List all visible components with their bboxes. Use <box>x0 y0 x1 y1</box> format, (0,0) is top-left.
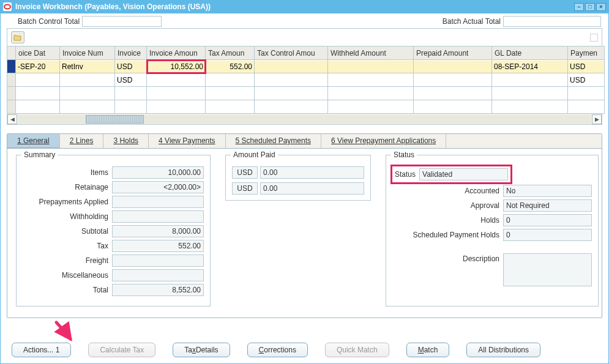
description-label: Description <box>392 253 499 286</box>
window-titlebar: Invoice Workbench (Payables, Vision Oper… <box>1 0 608 13</box>
misc-label: Miscellaneous <box>23 271 108 280</box>
cell-invoice-date[interactable] <box>16 87 59 100</box>
cell-invoice-amount[interactable] <box>147 87 205 100</box>
col-prepaid[interactable]: Prepaid Amount <box>414 46 492 60</box>
total-label: Total <box>23 286 108 294</box>
paid-amount-2: 0.00 <box>260 182 364 195</box>
quick-match-button[interactable]: Quick Match <box>325 343 389 357</box>
subtotal-label: Subtotal <box>23 227 108 236</box>
col-invoice-cur[interactable]: Invoice <box>115 46 147 60</box>
cell-payment-cur[interactable] <box>568 74 604 86</box>
cell-invoice-num[interactable] <box>60 61 114 73</box>
tab-scheduled-payments[interactable]: 5 Scheduled Payments <box>226 134 321 148</box>
cell-tax-control[interactable] <box>255 74 327 86</box>
cell-invoice-cur[interactable] <box>115 87 146 100</box>
grid-row[interactable] <box>7 73 605 87</box>
tab-holds[interactable]: 3 Holds <box>103 134 149 148</box>
tab-lines[interactable]: 2 Lines <box>60 134 104 148</box>
batch-control-input[interactable] <box>82 16 162 27</box>
cell-invoice-cur[interactable] <box>115 74 146 86</box>
cell-invoice-cur[interactable] <box>115 61 146 73</box>
cell-invoice-num[interactable] <box>60 101 114 113</box>
col-tax-amount[interactable]: Tax Amoun <box>206 46 255 60</box>
prepay-value <box>112 196 204 208</box>
cell-gl-date[interactable] <box>492 74 567 86</box>
cell-gl-date[interactable] <box>492 101 567 113</box>
corrections-button[interactable]: Corrections <box>247 343 308 357</box>
scroll-left-icon[interactable]: ◀ <box>7 114 17 124</box>
approval-label: Approval <box>392 201 499 210</box>
col-invoice-num[interactable]: Invoice Num <box>60 46 115 60</box>
tax-details-button[interactable]: Tax Details <box>173 343 230 357</box>
col-withheld[interactable]: Withheld Amount <box>328 46 414 60</box>
cell-payment-cur[interactable] <box>568 61 604 73</box>
grid-corner-marker <box>590 34 598 42</box>
cell-tax-amount[interactable] <box>206 101 254 113</box>
cell-prepaid[interactable] <box>414 74 491 86</box>
minimize-button[interactable]: – <box>574 3 584 11</box>
description-value[interactable] <box>503 253 592 286</box>
cell-prepaid[interactable] <box>414 101 491 113</box>
cell-gl-date[interactable] <box>492 61 567 73</box>
maximize-button[interactable]: □ <box>585 3 595 11</box>
amount-paid-legend: Amount Paid <box>231 150 278 159</box>
cell-prepaid[interactable] <box>414 87 491 100</box>
cell-withheld[interactable] <box>328 101 413 113</box>
svg-point-0 <box>4 5 10 9</box>
total-value: 8,552.00 <box>112 284 204 296</box>
cell-withheld[interactable] <box>328 87 413 100</box>
cell-tax-control[interactable] <box>255 61 327 73</box>
col-gl-date[interactable]: GL Date <box>492 46 568 60</box>
cell-invoice-num[interactable] <box>60 87 114 100</box>
cell-tax-control[interactable] <box>255 101 327 113</box>
grid-row[interactable] <box>7 60 605 73</box>
tab-view-payments[interactable]: 4 View Payments <box>149 134 226 148</box>
cell-invoice-date[interactable] <box>16 61 59 73</box>
col-invoice-amount[interactable]: Invoice Amoun <box>147 46 206 60</box>
sched-holds-label: Scheduled Payment Holds <box>392 231 499 239</box>
cell-invoice-cur[interactable] <box>115 101 146 113</box>
cell-withheld[interactable] <box>328 74 413 86</box>
grid-horizontal-scrollbar[interactable]: ◀ ▶ <box>7 114 602 125</box>
actions-button[interactable]: Actions... 1 <box>12 343 71 357</box>
cell-invoice-amount[interactable] <box>147 101 205 113</box>
invoice-grid: oice Dat Invoice Num Invoice Invoice Amo… <box>7 46 605 114</box>
cell-tax-amount[interactable] <box>206 61 254 73</box>
cell-payment-cur[interactable] <box>568 87 604 100</box>
cell-prepaid[interactable] <box>414 61 491 73</box>
col-invoice-date[interactable]: oice Dat <box>16 46 60 60</box>
close-button[interactable]: × <box>596 3 606 11</box>
calculate-tax-button[interactable]: Calculate Tax <box>88 343 155 357</box>
cell-tax-control[interactable] <box>255 87 327 100</box>
scroll-thumb[interactable] <box>86 115 144 124</box>
scroll-right-icon[interactable]: ▶ <box>592 114 602 124</box>
cell-gl-date[interactable] <box>492 87 567 100</box>
retainage-value: <2,000.00> <box>112 181 204 193</box>
freight-value <box>112 254 204 267</box>
cell-payment-cur[interactable] <box>568 101 604 113</box>
cell-invoice-amount[interactable] <box>147 61 205 73</box>
grid-row[interactable] <box>7 100 605 114</box>
cell-tax-amount[interactable] <box>206 87 254 100</box>
col-payment-cur[interactable]: Paymen <box>568 46 605 60</box>
window-title: Invoice Workbench (Payables, Vision Oper… <box>15 2 211 11</box>
withholding-label: Withholding <box>23 212 108 221</box>
cell-invoice-num[interactable] <box>60 74 114 86</box>
all-distributions-button[interactable]: All Distributions <box>466 343 540 357</box>
cell-invoice-amount[interactable] <box>147 74 205 86</box>
cell-invoice-date[interactable] <box>16 74 59 86</box>
cell-tax-amount[interactable] <box>206 74 254 86</box>
batch-actual-input[interactable] <box>503 16 601 27</box>
freight-label: Freight <box>23 256 108 265</box>
withholding-value <box>112 210 204 223</box>
prepayments-applied-label: Prepayments Applied <box>23 198 108 206</box>
tab-prepayment-applications[interactable]: 6 View Prepayment Applications <box>321 134 446 148</box>
col-tax-control[interactable]: Tax Control Amou <box>255 46 328 60</box>
match-button[interactable]: Match <box>406 343 450 357</box>
folder-open-icon[interactable] <box>11 31 24 43</box>
detail-tab-container: 1 General 2 Lines 3 Holds 4 View Payment… <box>7 133 602 318</box>
grid-row[interactable] <box>7 87 605 100</box>
cell-withheld[interactable] <box>328 61 413 73</box>
cell-invoice-date[interactable] <box>16 101 59 113</box>
tab-general[interactable]: 1 General <box>7 134 60 149</box>
